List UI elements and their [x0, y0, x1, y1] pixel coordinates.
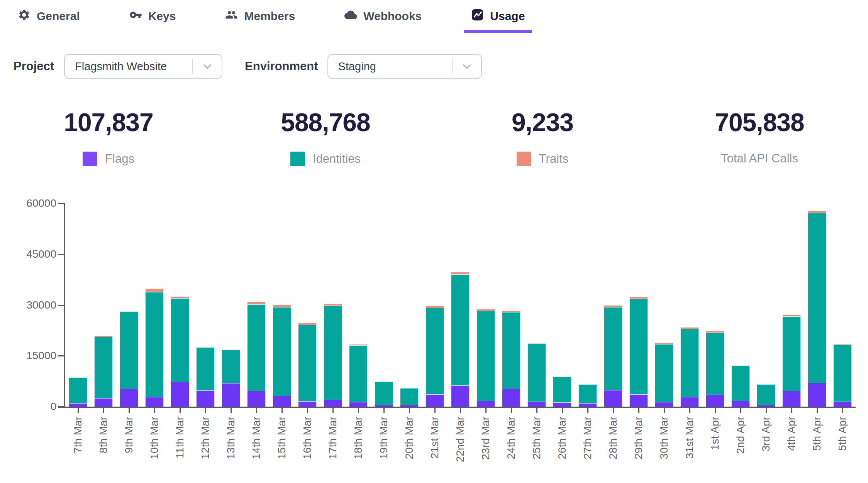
tab-keys[interactable]: Keys [122, 2, 183, 33]
bar-segment-identities[interactable] [604, 307, 622, 390]
bar-segment-flags[interactable] [324, 400, 342, 407]
chart-bar[interactable] [604, 305, 622, 407]
chart-bar[interactable] [94, 336, 113, 407]
bar-segment-identities[interactable] [833, 345, 852, 402]
bar-segment-identities[interactable] [400, 388, 419, 405]
tab-webhooks[interactable]: Webhooks [337, 2, 429, 33]
chart-bar[interactable] [476, 309, 495, 407]
bar-segment-flags[interactable] [731, 401, 750, 407]
bar-segment-identities[interactable] [222, 350, 240, 383]
chart-bar[interactable] [349, 344, 368, 407]
bar-segment-identities[interactable] [527, 343, 546, 402]
bar-segment-identities[interactable] [782, 316, 801, 390]
bar-segment-flags[interactable] [120, 389, 138, 407]
tab-general[interactable]: General [11, 2, 87, 33]
bar-segment-identities[interactable] [145, 292, 164, 397]
bar-segment-flags[interactable] [655, 402, 673, 407]
bar-segment-identities[interactable] [629, 299, 648, 394]
bar-segment-flags[interactable] [604, 390, 622, 407]
chart-bar[interactable] [298, 323, 317, 407]
bar-segment-identities[interactable] [426, 308, 444, 394]
chart-bar[interactable] [578, 384, 597, 407]
chart-bar[interactable] [553, 377, 571, 407]
tab-members[interactable]: Members [218, 2, 302, 33]
bar-segment-identities[interactable] [273, 307, 291, 396]
chart-bar[interactable] [706, 331, 724, 407]
chart-bar[interactable] [808, 211, 826, 407]
bar-segment-identities[interactable] [94, 337, 113, 398]
bar-segment-flags[interactable] [273, 396, 291, 407]
project-select[interactable]: Flagsmith Website [64, 54, 222, 79]
chart-bar[interactable] [680, 327, 699, 407]
chart-bar[interactable] [324, 304, 342, 407]
bar-segment-flags[interactable] [196, 390, 215, 407]
bar-segment-flags[interactable] [171, 382, 189, 407]
bar-segment-flags[interactable] [375, 405, 393, 407]
bar-segment-identities[interactable] [731, 365, 750, 401]
bar-segment-flags[interactable] [527, 402, 546, 407]
bar-segment-flags[interactable] [629, 394, 648, 407]
chart-bar[interactable] [502, 311, 520, 407]
tab-usage[interactable]: Usage [464, 2, 532, 33]
bar-segment-traits[interactable] [145, 289, 164, 292]
bar-segment-flags[interactable] [247, 391, 266, 407]
chart-bar[interactable] [655, 343, 673, 407]
chart-bar[interactable] [222, 349, 240, 407]
chart-bar[interactable] [527, 343, 546, 407]
bar-segment-flags[interactable] [426, 394, 444, 407]
chart-bar[interactable] [196, 347, 215, 407]
bar-segment-identities[interactable] [247, 304, 266, 391]
bar-segment-identities[interactable] [451, 274, 470, 385]
bar-segment-flags[interactable] [476, 401, 495, 407]
bar-segment-flags[interactable] [578, 403, 597, 407]
bar-segment-identities[interactable] [349, 345, 368, 402]
chart-bar[interactable] [120, 311, 138, 407]
bar-segment-identities[interactable] [502, 312, 520, 389]
bar-segment-flags[interactable] [680, 397, 699, 407]
chart-bar[interactable] [426, 306, 444, 407]
bar-segment-identities[interactable] [757, 384, 775, 405]
bar-segment-identities[interactable] [476, 311, 495, 401]
bar-segment-identities[interactable] [655, 344, 673, 402]
bar-segment-flags[interactable] [782, 391, 801, 407]
bar-segment-flags[interactable] [94, 398, 113, 407]
bar-segment-identities[interactable] [553, 377, 571, 402]
chart-bar[interactable] [273, 305, 291, 407]
bar-segment-identities[interactable] [196, 347, 215, 390]
chart-bar[interactable] [375, 381, 393, 407]
bar-segment-flags[interactable] [400, 405, 419, 407]
bar-segment-flags[interactable] [349, 402, 368, 407]
bar-segment-flags[interactable] [553, 402, 571, 407]
bar-segment-flags[interactable] [69, 403, 87, 407]
bar-segment-flags[interactable] [451, 385, 470, 407]
bar-segment-flags[interactable] [706, 395, 724, 407]
chart-bar[interactable] [782, 314, 801, 407]
bar-segment-flags[interactable] [808, 383, 826, 407]
bar-segment-identities[interactable] [171, 298, 189, 382]
chart-bar[interactable] [400, 388, 419, 407]
chart-bar[interactable] [833, 344, 852, 407]
bar-segment-identities[interactable] [808, 213, 826, 382]
chart-bar[interactable] [451, 272, 470, 407]
bar-segment-identities[interactable] [324, 306, 342, 400]
chart-bar[interactable] [629, 297, 648, 407]
bar-segment-flags[interactable] [145, 397, 164, 407]
bar-segment-traits[interactable] [273, 305, 291, 307]
environment-select[interactable]: Staging [327, 54, 482, 79]
bar-segment-traits[interactable] [247, 302, 266, 304]
chart-bar[interactable] [757, 384, 775, 407]
bar-segment-identities[interactable] [120, 311, 138, 389]
bar-segment-identities[interactable] [706, 333, 724, 395]
chart-bar[interactable] [247, 302, 266, 407]
bar-segment-flags[interactable] [757, 405, 775, 407]
bar-segment-identities[interactable] [578, 384, 597, 403]
chart-bar[interactable] [171, 296, 189, 407]
bar-segment-flags[interactable] [502, 389, 520, 407]
bar-segment-flags[interactable] [833, 402, 852, 407]
chart-bar[interactable] [145, 289, 164, 407]
bar-segment-identities[interactable] [680, 329, 699, 397]
bar-segment-identities[interactable] [298, 325, 317, 401]
bar-segment-flags[interactable] [222, 383, 240, 407]
bar-segment-flags[interactable] [298, 401, 317, 407]
bar-segment-identities[interactable] [69, 377, 87, 404]
